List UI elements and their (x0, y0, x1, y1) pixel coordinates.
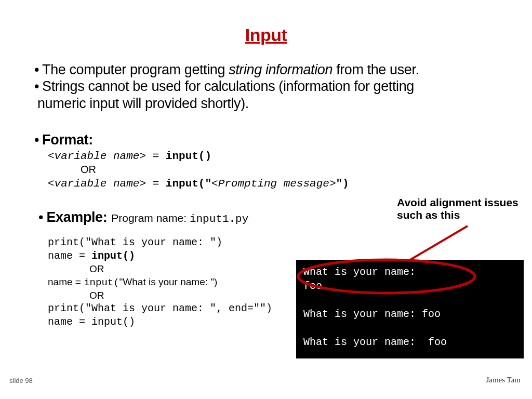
bullet-icon: • (34, 61, 39, 78)
bullet-icon: • (34, 78, 39, 95)
format-label: Format: (42, 131, 93, 148)
bullet-1: • The computer program getting string in… (30, 61, 503, 78)
bullet-1-text: The computer program getting string info… (42, 61, 419, 78)
author-name: James Tam (486, 376, 521, 384)
bullet-icon: • (38, 209, 43, 225)
slide-number: slide 98 (9, 377, 33, 384)
bullet-2-cont: numeric input will provided shortly). (37, 95, 503, 112)
slide-title: Input (0, 25, 532, 45)
bullet-2-text: Strings cannot be used for calculations … (42, 78, 414, 95)
terminal-output: What is your name: foo What is your name… (296, 260, 524, 358)
callout-text: Avoid alignment issues such as this (397, 196, 527, 221)
format-code: <variable name> = input() OR <variable n… (48, 150, 503, 191)
bullet-2: • Strings cannot be used for calculation… (30, 78, 503, 95)
example-label: Example: (46, 209, 107, 225)
format-heading: • Format: (30, 131, 503, 148)
example-program: Program name: input1.py (111, 212, 248, 225)
bullet-icon: • (34, 131, 39, 148)
code-line-1: print("What is your name: ") (48, 236, 503, 249)
